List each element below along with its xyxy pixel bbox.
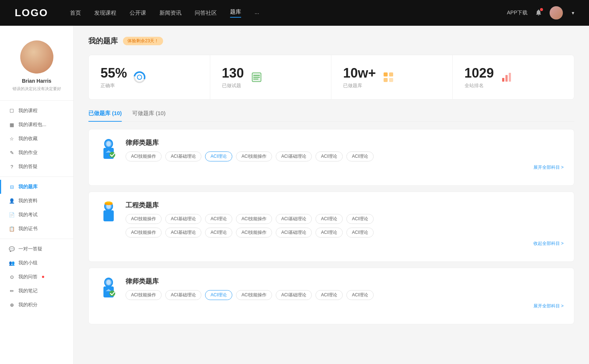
qbank-card-2: 工程类题库 ACI技能操作 ACI基础理论 ACI理论 ACI技能操作 ACI基… — [88, 192, 574, 262]
pie-icon — [133, 71, 146, 84]
tag-2-6[interactable]: ACI理论 — [346, 214, 374, 224]
sidebar-item-group[interactable]: 👥 我的小组 — [0, 256, 73, 270]
nav-open-course[interactable]: 公开课 — [130, 10, 146, 17]
notification-bell[interactable] — [535, 9, 542, 17]
tag-1-1[interactable]: ACI基础理论 — [165, 151, 201, 161]
tag-1-0[interactable]: ACI技能操作 — [126, 151, 162, 161]
tag-1-6[interactable]: ACI理论 — [346, 151, 374, 161]
bar-chart-icon — [500, 71, 513, 84]
tag-2-2[interactable]: ACI理论 — [205, 214, 232, 224]
tutor-icon: 💬 — [9, 246, 15, 252]
sidebar-item-question[interactable]: ? 我的答疑 — [0, 160, 73, 174]
sidebar-label-myqa: 我的问答 — [18, 274, 38, 280]
tag-2-5[interactable]: ACI理论 — [315, 214, 343, 224]
sidebar-item-qbank[interactable]: ⊟ 我的题库 — [0, 180, 73, 194]
qbank-tags-3: ACI技能操作 ACI基础理论 ACI理论 ACI技能操作 ACI基础理论 AC… — [126, 290, 564, 300]
nav-qa[interactable]: 问答社区 — [195, 10, 217, 17]
svg-rect-21 — [103, 210, 114, 221]
qbank-collapse-2[interactable]: 收起全部科目 > — [126, 240, 564, 247]
stat-accuracy-content: 55% 正确率 — [100, 65, 127, 89]
qbank-expand-3[interactable]: 展开全部科目 > — [126, 303, 564, 309]
qbank-info-3: 律师类题库 ACI技能操作 ACI基础理论 ACI理论 ACI技能操作 ACI基… — [126, 277, 564, 309]
sidebar-item-material[interactable]: 👤 我的资料 — [0, 194, 73, 208]
tab-done[interactable]: 已做题库 (10) — [88, 110, 122, 121]
sidebar-item-note[interactable]: ✏ 我的笔记 — [0, 284, 73, 298]
lawyer-icon-1 — [99, 138, 118, 160]
sidebar-divider-3 — [0, 239, 73, 239]
stat-banks-label: 已做题库 — [343, 82, 376, 89]
tag-3-2[interactable]: ACI理论 — [205, 290, 232, 300]
qbank-tags-1: ACI技能操作 ACI基础理论 ACI理论 ACI技能操作 ACI基础理论 AC… — [126, 151, 564, 161]
tag-2-1[interactable]: ACI基础理论 — [165, 214, 201, 224]
note-icon: ✏ — [9, 288, 15, 294]
nav-news[interactable]: 新闻资讯 — [159, 10, 181, 17]
sidebar-item-course[interactable]: ☐ 我的课程 — [0, 104, 73, 118]
qbank-header-2: 工程类题库 ACI技能操作 ACI基础理论 ACI理论 ACI技能操作 ACI基… — [99, 201, 564, 247]
svg-rect-11 — [389, 78, 393, 82]
sidebar-item-package[interactable]: ▦ 我的课程包... — [0, 118, 73, 132]
tag-2-r2-6[interactable]: ACI理论 — [346, 228, 374, 238]
svg-point-2 — [137, 75, 142, 79]
material-icon: 👤 — [9, 198, 15, 204]
tag-2-r2-3[interactable]: ACI技能操作 — [236, 228, 272, 238]
tag-2-4[interactable]: ACI基础理论 — [276, 214, 312, 224]
app-download-btn[interactable]: APP下载 — [507, 10, 528, 16]
tag-2-r2-5[interactable]: ACI理论 — [315, 228, 343, 238]
tag-1-2[interactable]: ACI理论 — [205, 151, 232, 161]
svg-rect-12 — [502, 78, 504, 82]
qbank-expand-1[interactable]: 展开全部科目 > — [126, 164, 564, 171]
tag-3-5[interactable]: ACI理论 — [315, 290, 343, 300]
sidebar-label-points: 我的积分 — [18, 301, 38, 308]
tag-1-3[interactable]: ACI技能操作 — [236, 151, 272, 161]
sidebar-label-qbank: 我的题库 — [18, 183, 38, 190]
logo: LOGO — [15, 7, 48, 19]
tag-2-r2-4[interactable]: ACI基础理论 — [276, 228, 312, 238]
user-menu-chevron[interactable]: ▾ — [572, 10, 574, 16]
engineer-icon-2 — [99, 201, 118, 223]
qbank-tags-2-row2: ACI技能操作 ACI基础理论 ACI理论 ACI技能操作 ACI基础理论 AC… — [126, 228, 564, 238]
sidebar-item-favorites[interactable]: ☆ 我的收藏 — [0, 132, 73, 146]
qbank-header-3: 律师类题库 ACI技能操作 ACI基础理论 ACI理论 ACI技能操作 ACI基… — [99, 277, 564, 309]
sidebar-item-myqa[interactable]: ⊙ 我的问答 — [0, 270, 73, 284]
stat-rank-content: 1029 全站排名 — [465, 65, 494, 89]
sidebar-label-course: 我的课程 — [18, 107, 38, 114]
sidebar-label-material: 我的资料 — [18, 197, 38, 204]
sidebar-divider-1 — [0, 100, 73, 101]
qbank-title-2: 工程类题库 — [126, 201, 564, 210]
sidebar-label-package: 我的课程包... — [18, 121, 46, 128]
qbank-info-1: 律师类题库 ACI技能操作 ACI基础理论 ACI理论 ACI技能操作 ACI基… — [126, 138, 564, 171]
stat-rank: 1029 全站排名 — [453, 55, 574, 99]
sidebar-item-exam[interactable]: 📄 我的考试 — [0, 208, 73, 222]
tag-1-4[interactable]: ACI基础理论 — [276, 151, 312, 161]
user-avatar[interactable] — [550, 6, 563, 19]
sidebar-label-note: 我的笔记 — [18, 288, 38, 294]
qbank-info-2: 工程类题库 ACI技能操作 ACI基础理论 ACI理论 ACI技能操作 ACI基… — [126, 201, 564, 247]
tag-2-3[interactable]: ACI技能操作 — [236, 214, 272, 224]
tag-2-r2-0[interactable]: ACI技能操作 — [126, 228, 162, 238]
main-content: 我的题库 体验剩余23天！ 55% 正确率 — [74, 26, 589, 364]
tag-1-5[interactable]: ACI理论 — [315, 151, 343, 161]
tag-3-3[interactable]: ACI技能操作 — [236, 290, 272, 300]
nav-more[interactable]: ··· — [254, 10, 259, 16]
avatar-image — [550, 6, 563, 19]
header-right: APP下载 ▾ — [507, 6, 574, 19]
tag-3-1[interactable]: ACI基础理论 — [165, 290, 201, 300]
sidebar-item-cert[interactable]: 📋 我的证书 — [0, 222, 73, 236]
qbank-card-1: 律师类题库 ACI技能操作 ACI基础理论 ACI理论 ACI技能操作 ACI基… — [88, 129, 574, 186]
nav-qbank[interactable]: 题库 — [230, 8, 241, 18]
tag-2-r2-2[interactable]: ACI理论 — [205, 228, 232, 238]
stat-accuracy-label: 正确率 — [100, 82, 127, 89]
tab-available[interactable]: 可做题库 (10) — [132, 110, 166, 121]
page-title: 我的题库 — [88, 36, 118, 46]
tag-2-r2-1[interactable]: ACI基础理论 — [165, 228, 201, 238]
tag-3-0[interactable]: ACI技能操作 — [126, 290, 162, 300]
sidebar-item-homework[interactable]: ✎ 我的作业 — [0, 146, 73, 160]
tag-3-6[interactable]: ACI理论 — [346, 290, 374, 300]
qbank-icon: ⊟ — [9, 184, 15, 190]
nav-discover[interactable]: 发现课程 — [94, 10, 116, 17]
sidebar-item-points[interactable]: ⊕ 我的积分 — [0, 298, 73, 312]
sidebar-item-tutor[interactable]: 💬 一对一答疑 — [0, 242, 73, 256]
tag-2-0[interactable]: ACI技能操作 — [126, 214, 162, 224]
nav-home[interactable]: 首页 — [70, 10, 81, 17]
tag-3-4[interactable]: ACI基础理论 — [276, 290, 312, 300]
